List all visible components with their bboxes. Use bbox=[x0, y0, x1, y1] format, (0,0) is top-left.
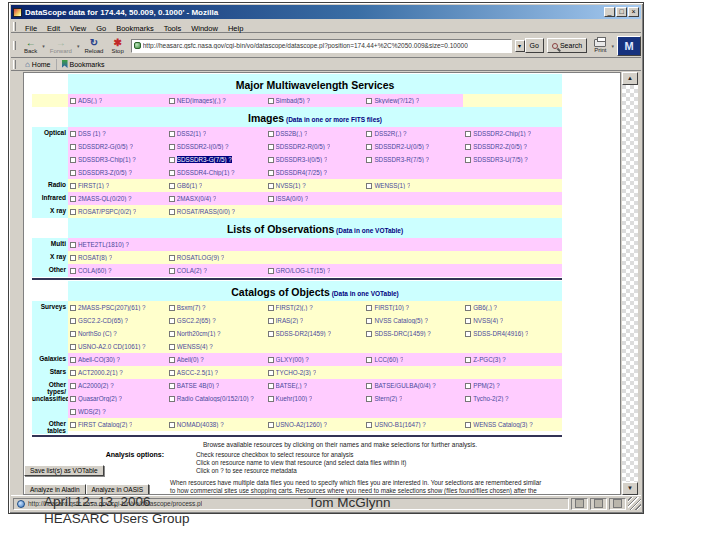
resource-checkbox[interactable] bbox=[169, 305, 175, 311]
resource-checkbox[interactable] bbox=[169, 331, 175, 337]
resource-link[interactable]: GB6(,) ? bbox=[473, 304, 497, 311]
home-button[interactable]: ⌂ Home bbox=[20, 59, 57, 70]
resource-checkbox[interactable] bbox=[70, 157, 76, 163]
resource-link[interactable]: 2MASS-PSC(207)(61) ? bbox=[78, 304, 146, 311]
resource-link[interactable]: NVSS Catalog(5) ? bbox=[374, 317, 428, 324]
resource-checkbox[interactable] bbox=[268, 196, 274, 202]
resource-link[interactable]: HETE2TL(1810) ? bbox=[78, 241, 129, 248]
resource-link[interactable]: FIRST(2)(,) ? bbox=[276, 304, 313, 311]
resource-link[interactable]: FIRST(1) ? bbox=[78, 182, 109, 189]
resource-checkbox[interactable] bbox=[465, 331, 471, 337]
resource-checkbox[interactable] bbox=[70, 396, 76, 402]
resource-link[interactable]: COLA(2) ? bbox=[177, 267, 207, 274]
resource-link[interactable]: QuasarOrg(2) ? bbox=[78, 395, 122, 402]
resource-checkbox[interactable] bbox=[169, 357, 175, 363]
scroll-down-button[interactable]: ▼ bbox=[622, 482, 638, 495]
maximize-button[interactable]: □ bbox=[616, 7, 627, 17]
menu-item-file[interactable]: File bbox=[20, 24, 42, 33]
resource-checkbox[interactable] bbox=[268, 318, 274, 324]
resource-checkbox[interactable] bbox=[465, 305, 471, 311]
close-button[interactable]: × bbox=[628, 7, 639, 17]
resource-link[interactable]: FIRST(10) ? bbox=[374, 304, 409, 311]
resource-link[interactable]: COLA(60) ? bbox=[78, 267, 112, 274]
resource-link[interactable]: Abell(0) ? bbox=[177, 356, 204, 363]
resource-link[interactable]: SDSSDR4(7/25) ? bbox=[276, 169, 327, 176]
resource-link[interactable]: SDSSDR2-G(0/5) ? bbox=[78, 143, 133, 150]
resource-checkbox[interactable] bbox=[465, 383, 471, 389]
resource-checkbox[interactable] bbox=[366, 331, 372, 337]
resource-checkbox[interactable] bbox=[70, 209, 76, 215]
resource-link[interactable]: SDSSDR3-U(7/5) ? bbox=[473, 156, 528, 163]
resource-checkbox[interactable] bbox=[465, 396, 471, 402]
resource-link[interactable]: ROSAT/RASS(0/0) ? bbox=[177, 208, 235, 215]
go-button[interactable]: Go bbox=[525, 38, 544, 53]
resource-checkbox[interactable] bbox=[268, 157, 274, 163]
menu-item-tools[interactable]: Tools bbox=[159, 24, 187, 33]
resource-link[interactable]: DSS2(1) ? bbox=[177, 130, 206, 137]
menu-item-window[interactable]: Window bbox=[186, 24, 223, 33]
search-button[interactable]: Search bbox=[547, 38, 587, 53]
resource-checkbox[interactable] bbox=[366, 305, 372, 311]
resource-link[interactable]: ACT2000.2(1) ? bbox=[78, 369, 123, 376]
resource-checkbox[interactable] bbox=[70, 357, 76, 363]
resource-checkbox[interactable] bbox=[268, 131, 274, 137]
resource-checkbox[interactable] bbox=[70, 242, 76, 248]
resource-checkbox[interactable] bbox=[169, 344, 175, 350]
resource-link[interactable]: Skyview(?/12) ? bbox=[374, 97, 419, 104]
resource-checkbox[interactable] bbox=[268, 331, 274, 337]
resource-checkbox[interactable] bbox=[169, 255, 175, 261]
resource-link[interactable]: PPM(2) ? bbox=[473, 382, 500, 389]
resource-link[interactable]: BATSE/GULBA(0/4) ? bbox=[374, 382, 435, 389]
resource-link[interactable]: Simbad(5) ? bbox=[276, 97, 310, 104]
resource-link[interactable]: 2MASX(0/4) ? bbox=[177, 195, 217, 202]
resource-checkbox[interactable] bbox=[70, 183, 76, 189]
forward-button[interactable]: → Forward bbox=[46, 35, 76, 57]
resource-link[interactable]: LCC(60) ? bbox=[374, 356, 403, 363]
resource-checkbox[interactable] bbox=[465, 131, 471, 137]
bookmarks-button[interactable]: Bookmarks bbox=[57, 59, 110, 70]
resource-link[interactable]: TYCHO-2(3) ? bbox=[276, 369, 317, 376]
resource-link[interactable]: SDSS-DRC(1459) ? bbox=[374, 330, 430, 337]
resource-checkbox[interactable] bbox=[70, 98, 76, 104]
resource-link[interactable]: ADS(,) ? bbox=[78, 97, 102, 104]
resource-checkbox[interactable] bbox=[70, 255, 76, 261]
resource-link[interactable]: ROSATLOG(9) ? bbox=[177, 254, 224, 261]
resource-link[interactable]: NED(images)(,) ? bbox=[177, 97, 226, 104]
resource-checkbox[interactable] bbox=[366, 98, 372, 104]
resource-link[interactable]: IRAS(2) ? bbox=[276, 317, 304, 324]
resource-checkbox[interactable] bbox=[268, 422, 274, 428]
resource-link[interactable]: NVSS(1) ? bbox=[276, 182, 306, 189]
resource-checkbox[interactable] bbox=[268, 183, 274, 189]
resource-link[interactable]: Z-PGC(3) ? bbox=[473, 356, 506, 363]
analysis-button-1[interactable]: Save list(s) as VOTable bbox=[24, 465, 104, 476]
resource-link[interactable]: BATSE 4B(0) ? bbox=[177, 382, 220, 389]
resource-link[interactable]: SDSSDR2-R(0/5) ? bbox=[276, 143, 331, 150]
status-component-cell-1[interactable] bbox=[571, 498, 588, 510]
menu-item-edit[interactable]: Edit bbox=[42, 24, 65, 33]
resource-checkbox[interactable] bbox=[268, 170, 274, 176]
resource-link[interactable]: USNO-A2.0 CD(1061) ? bbox=[78, 343, 146, 350]
resource-link[interactable]: AC2000(2) ? bbox=[78, 382, 114, 389]
resource-checkbox[interactable] bbox=[268, 357, 274, 363]
resource-checkbox[interactable] bbox=[366, 131, 372, 137]
resource-checkbox[interactable] bbox=[70, 268, 76, 274]
resource-link[interactable]: GRO/LOG-LT(15) ? bbox=[276, 267, 331, 274]
resource-checkbox[interactable] bbox=[268, 268, 274, 274]
resource-link[interactable]: FIRST Catalog(2) ? bbox=[78, 421, 132, 428]
resource-checkbox[interactable] bbox=[366, 144, 372, 150]
resource-link[interactable]: WENSS Catalog(3) ? bbox=[473, 421, 533, 428]
resource-link[interactable]: SDSS-DR2(1459) ? bbox=[276, 330, 331, 337]
menu-item-help[interactable]: Help bbox=[223, 24, 248, 33]
resource-link[interactable]: SDSSDR2-U(0/5) ? bbox=[374, 143, 429, 150]
resource-link[interactable]: SDSSDR3-R(7/5) ? bbox=[374, 156, 429, 163]
resource-checkbox[interactable] bbox=[169, 370, 175, 376]
resource-link[interactable]: GSC2.2(65) ? bbox=[177, 317, 216, 324]
resource-checkbox[interactable] bbox=[366, 318, 372, 324]
resource-checkbox[interactable] bbox=[366, 183, 372, 189]
resource-checkbox[interactable] bbox=[169, 183, 175, 189]
resource-checkbox[interactable] bbox=[268, 370, 274, 376]
resource-link[interactable]: 2MASS-QL(0/20) ? bbox=[78, 195, 132, 202]
resource-link[interactable]: Radio Catalogs(0/152/10) ? bbox=[177, 395, 254, 402]
resource-checkbox[interactable] bbox=[169, 98, 175, 104]
resource-checkbox[interactable] bbox=[70, 422, 76, 428]
